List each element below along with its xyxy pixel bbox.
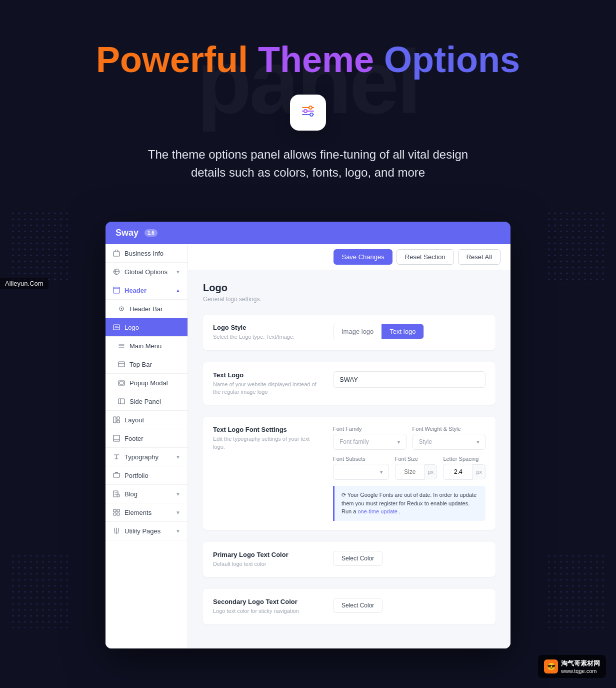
- text-logo-label: Text Logo: [213, 371, 323, 379]
- font-row-header: Text Logo Font Settings Edit the typogra…: [213, 426, 486, 521]
- save-changes-button[interactable]: Save Changes: [334, 249, 392, 265]
- panel-body: Business Info Global Options ▼: [106, 244, 510, 648]
- font-family-col: Font Family Font family ▼: [333, 426, 406, 450]
- sliders-icon: [300, 103, 316, 123]
- svg-rect-21: [117, 420, 120, 423]
- typography-chevron: ▼: [176, 454, 180, 460]
- top-bar-icon: [118, 360, 126, 368]
- font-label-col: Text Logo Font Settings Edit the typogra…: [213, 426, 323, 521]
- secondary-color-label-col: Secondary Logo Text Color Logo text colo…: [213, 598, 323, 615]
- font-size-input[interactable]: [395, 464, 425, 480]
- text-logo-input[interactable]: [333, 371, 486, 388]
- sidebar-label-popup-modal: Popup Modal: [130, 379, 168, 387]
- main-menu-icon: [118, 342, 126, 350]
- elements-chevron: ▼: [176, 510, 180, 515]
- svg-rect-15: [118, 362, 124, 367]
- utility-pages-icon: [112, 527, 120, 535]
- svg-rect-9: [114, 252, 120, 256]
- sidebar-item-side-panel[interactable]: Side Panel: [106, 392, 188, 411]
- secondary-color-description: Logo text color for sticky navigation: [213, 607, 323, 615]
- sidebar-item-top-bar[interactable]: Top Bar: [106, 355, 188, 374]
- font-subsets-select[interactable]: [333, 464, 389, 480]
- blog-icon: [112, 490, 120, 498]
- reset-all-button[interactable]: Reset All: [458, 249, 500, 265]
- font-subsets-size-grid: Font Subsets ▼ Font Size: [333, 456, 486, 480]
- font-size-input-group: px: [395, 464, 438, 480]
- sidebar: Business Info Global Options ▼: [106, 244, 188, 648]
- dot-pattern-right: [546, 210, 606, 285]
- font-weight-select[interactable]: Style: [412, 434, 486, 450]
- font-family-label: Font Family: [333, 426, 406, 432]
- text-logo-description: Name of your website displayed instead o…: [213, 381, 323, 396]
- text-logo-row: Text Logo Name of your website displayed…: [203, 362, 496, 405]
- one-time-update-link[interactable]: one-time update: [358, 508, 398, 514]
- brand-site-name: 淘气哥素材网: [561, 659, 600, 668]
- sidebar-label-portfolio: Portfolio: [124, 472, 148, 479]
- hero-subtitle: The theme options panel allows fine-tuni…: [133, 146, 483, 182]
- sidebar-label-utility-pages: Utility Pages: [124, 527, 160, 535]
- sidebar-item-typography[interactable]: Typography ▼: [106, 448, 188, 466]
- layout-icon: [112, 416, 120, 424]
- reset-section-button[interactable]: Reset Section: [396, 249, 454, 265]
- theme-options-panel: Sway 1.6 Business Info: [106, 222, 510, 648]
- sidebar-item-main-menu[interactable]: Main Menu: [106, 337, 188, 355]
- content-area: Logo General logo settings. Logo Style S…: [188, 270, 510, 648]
- logo-icon: [112, 323, 120, 331]
- brand-icon: 😎: [544, 659, 558, 673]
- sidebar-item-logo[interactable]: Logo: [106, 318, 188, 337]
- sidebar-item-elements[interactable]: Elements ▼: [106, 503, 188, 522]
- secondary-color-label: Secondary Logo Text Color: [213, 598, 323, 605]
- hero-section: Powerful Theme Options The theme options…: [0, 0, 616, 202]
- font-subsets-label: Font Subsets: [333, 456, 389, 462]
- panel-logo: Sway: [116, 228, 138, 238]
- side-panel-icon: [118, 397, 126, 405]
- sidebar-label-logo: Logo: [124, 324, 139, 331]
- primary-color-label-col: Primary Logo Text Color Default logo tex…: [213, 551, 323, 568]
- sidebar-item-layout[interactable]: Layout: [106, 411, 188, 429]
- font-controls: Font Family Font family ▼: [333, 426, 486, 521]
- panel-version-badge: 1.6: [144, 229, 158, 237]
- sidebar-item-global-options[interactable]: Global Options ▼: [106, 263, 188, 281]
- sidebar-label-elements: Elements: [124, 509, 152, 516]
- svg-rect-11: [114, 287, 120, 293]
- sidebar-item-popup-modal[interactable]: Popup Modal: [106, 374, 188, 392]
- font-family-select[interactable]: Font family: [333, 434, 406, 450]
- font-weight-select-wrapper: Style ▼: [412, 434, 486, 450]
- sidebar-label-blog: Blog: [124, 490, 138, 498]
- sidebar-item-header-bar[interactable]: Header Bar: [106, 300, 188, 318]
- sidebar-label-layout: Layout: [124, 416, 144, 424]
- font-size-unit: px: [425, 464, 438, 479]
- elements-icon: [112, 508, 120, 516]
- sidebar-item-footer[interactable]: Footer: [106, 429, 188, 448]
- sidebar-label-typography: Typography: [124, 453, 158, 461]
- section-title: Logo: [203, 282, 496, 294]
- font-settings-label: Text Logo Font Settings: [213, 426, 323, 433]
- sidebar-item-blog[interactable]: Blog ▼: [106, 485, 188, 503]
- global-options-icon: [112, 268, 120, 276]
- header-chevron: ▲: [176, 288, 180, 293]
- image-logo-btn[interactable]: Image logo: [334, 324, 382, 339]
- letter-spacing-input[interactable]: [443, 464, 473, 480]
- google-fonts-warning: ⟳ Your Google Fonts are out of date. In …: [333, 486, 486, 521]
- dot-pattern-bottom-left: [10, 553, 70, 628]
- sidebar-item-utility-pages[interactable]: Utility Pages ▼: [106, 522, 188, 540]
- portfolio-icon: [112, 471, 120, 479]
- sidebar-label-top-bar: Top Bar: [130, 361, 152, 368]
- header-bar-icon: [118, 305, 126, 313]
- font-size-col: Font Size px: [395, 456, 438, 480]
- sidebar-item-portfolio[interactable]: Portfolio: [106, 466, 188, 485]
- business-info-icon: [112, 249, 120, 257]
- text-logo-btn[interactable]: Text logo: [382, 324, 424, 339]
- font-weight-label: Font Weight & Style: [412, 426, 486, 432]
- secondary-color-select-btn[interactable]: Select Color: [333, 598, 382, 613]
- update-suffix: .: [399, 508, 400, 514]
- sidebar-item-header[interactable]: Header ▲: [106, 281, 188, 300]
- primary-color-row: Primary Logo Text Color Default logo tex…: [203, 542, 496, 577]
- logo-style-control: Image logo Text logo: [333, 324, 486, 339]
- header-icon: [112, 286, 120, 294]
- sidebar-item-business-info[interactable]: Business Info: [106, 244, 188, 263]
- logo-style-row: Logo Style Select the Logo type: Text/Im…: [203, 315, 496, 350]
- primary-color-control: Select Color: [333, 551, 486, 566]
- primary-color-description: Default logo text color: [213, 560, 323, 568]
- primary-color-select-btn[interactable]: Select Color: [333, 551, 382, 566]
